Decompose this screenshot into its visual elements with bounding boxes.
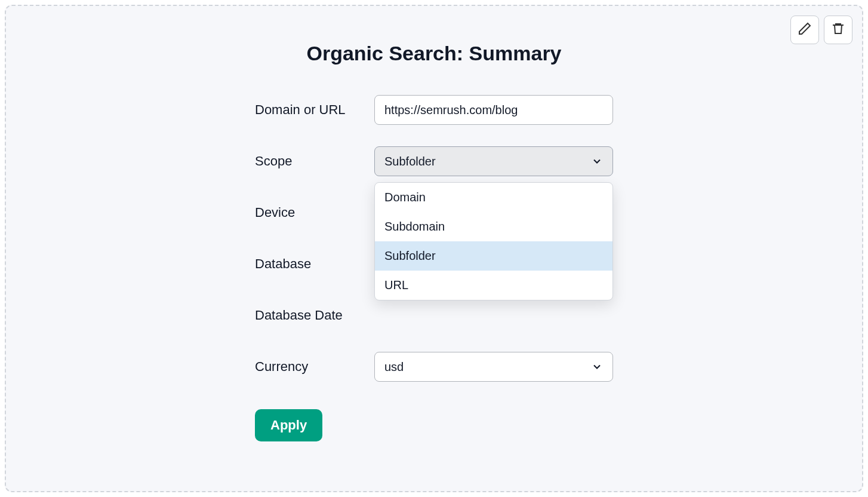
currency-select[interactable]: usd <box>374 352 613 382</box>
domain-label: Domain or URL <box>255 102 374 118</box>
scope-option-domain[interactable]: Domain <box>375 183 612 212</box>
scope-dropdown: Domain Subdomain Subfolder URL <box>374 182 613 300</box>
scope-label: Scope <box>255 154 374 169</box>
page-title: Organic Search: Summary <box>30 42 838 65</box>
domain-input-wrapper[interactable] <box>374 95 613 125</box>
database-label: Database <box>255 256 374 272</box>
database-date-row: Database Date <box>255 300 613 330</box>
chevron-down-icon <box>591 155 603 167</box>
chevron-down-icon <box>591 361 603 373</box>
toolbar <box>790 16 852 44</box>
device-label: Device <box>255 205 374 220</box>
scope-value: Subfolder <box>384 155 436 168</box>
scope-option-subfolder[interactable]: Subfolder <box>375 241 612 271</box>
scope-option-url[interactable]: URL <box>375 271 612 300</box>
scope-option-subdomain[interactable]: Subdomain <box>375 212 612 241</box>
currency-row: Currency usd <box>255 352 613 382</box>
domain-row: Domain or URL <box>255 95 613 125</box>
trash-icon <box>831 22 845 38</box>
scope-select[interactable]: Subfolder <box>374 146 613 176</box>
delete-button[interactable] <box>824 16 852 44</box>
pencil-icon <box>798 22 812 38</box>
apply-button[interactable]: Apply <box>255 409 322 441</box>
scope-row: Scope Subfolder Domain Subdomain Subfold… <box>255 146 613 176</box>
currency-label: Currency <box>255 359 374 375</box>
currency-value: usd <box>384 360 404 374</box>
form: Domain or URL Scope Subfolder Domain Sub… <box>255 95 613 441</box>
edit-button[interactable] <box>790 16 819 44</box>
domain-input[interactable] <box>384 96 603 124</box>
widget-container: Organic Search: Summary Domain or URL Sc… <box>5 5 863 492</box>
database-date-label: Database Date <box>255 308 374 323</box>
